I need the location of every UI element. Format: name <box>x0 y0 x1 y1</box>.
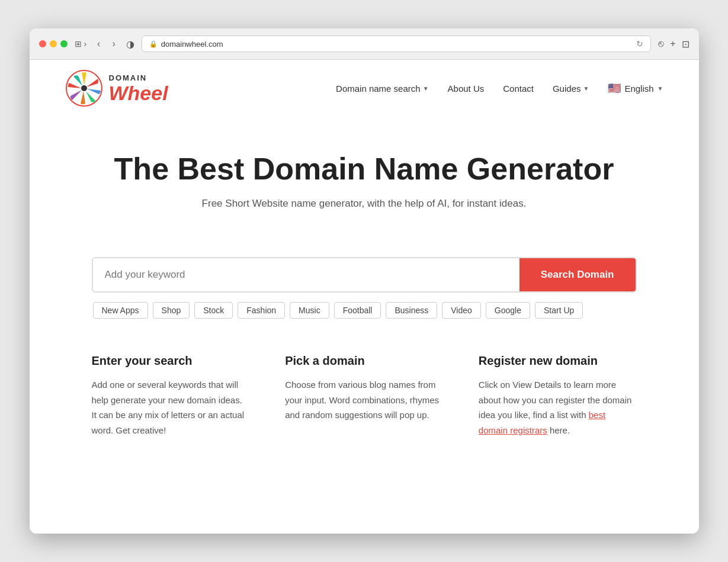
search-tag[interactable]: New Apps <box>93 302 148 319</box>
enter-search-text: Add one or several keywords that will he… <box>92 377 250 438</box>
flag-icon: 🇺🇸 <box>608 82 621 95</box>
nav-language[interactable]: 🇺🇸 English ▼ <box>608 82 663 95</box>
pick-domain-text: Choose from various blog names from your… <box>285 377 443 423</box>
register-text-before: Click on View Details to learn more abou… <box>479 380 632 420</box>
logo-wheel-icon <box>65 69 103 107</box>
logo-wheel-text: Wheel <box>109 83 168 103</box>
enter-search-title: Enter your search <box>92 354 250 368</box>
url-display: domainwheel.com <box>161 40 223 49</box>
chevron-down-icon: ▼ <box>423 85 429 92</box>
search-container: Search Domain New AppsShopStockFashionMu… <box>56 257 672 319</box>
traffic-lights <box>39 40 68 47</box>
browser-window: ⊞ › ‹ › ◑ 🔒 domainwheel.com ↻ ⎋ + ⊡ <box>30 28 699 534</box>
svg-point-1 <box>81 85 87 91</box>
nav-domain-name-search[interactable]: Domain name search ▼ <box>336 84 428 94</box>
site-logo[interactable]: DOMAIN Wheel <box>65 69 168 107</box>
logo-text-block: DOMAIN Wheel <box>109 74 168 103</box>
new-tab-button[interactable]: + <box>670 38 675 49</box>
back-button[interactable]: ‹ <box>94 37 104 50</box>
search-box: Search Domain <box>92 257 637 293</box>
theme-button[interactable]: ◑ <box>126 38 134 50</box>
info-card-register-domain: Register new domain Click on View Detail… <box>479 354 637 438</box>
info-section: Enter your search Add one or several key… <box>56 354 672 438</box>
search-tag[interactable]: Start Up <box>535 302 583 319</box>
chevron-down-icon: ▼ <box>658 85 663 92</box>
nav-contact[interactable]: Contact <box>503 84 534 94</box>
hero-subtitle: Free Short Website name generator, with … <box>41 198 687 210</box>
search-tag[interactable]: Video <box>442 302 481 319</box>
search-tags: New AppsShopStockFashionMusicFootballBus… <box>92 302 637 319</box>
refresh-button[interactable]: ↻ <box>636 39 643 49</box>
hero-title: The Best Domain Name Generator <box>41 152 687 186</box>
search-tag[interactable]: Football <box>334 302 381 319</box>
sidebar-toggle-button[interactable]: ⊞ › <box>75 39 87 49</box>
info-card-enter-search: Enter your search Add one or several key… <box>92 354 250 438</box>
share-button[interactable]: ⎋ <box>658 38 664 49</box>
site-header: DOMAIN Wheel Domain name search ▼ About … <box>30 60 699 117</box>
search-tag[interactable]: Google <box>486 302 530 319</box>
lock-icon: 🔒 <box>149 40 158 48</box>
hero-section: The Best Domain Name Generator Free Shor… <box>30 117 699 257</box>
forward-button[interactable]: › <box>108 37 118 50</box>
search-tag[interactable]: Music <box>290 302 329 319</box>
page-content: DOMAIN Wheel Domain name search ▼ About … <box>30 60 699 534</box>
search-tag[interactable]: Business <box>386 302 437 319</box>
register-domain-title: Register new domain <box>479 354 637 368</box>
site-nav: Domain name search ▼ About Us Contact Gu… <box>336 82 663 95</box>
search-domain-button[interactable]: Search Domain <box>519 258 636 291</box>
address-bar[interactable]: 🔒 domainwheel.com ↻ <box>142 36 651 52</box>
register-text-after: here. <box>547 425 570 435</box>
register-domain-text: Click on View Details to learn more abou… <box>479 377 637 438</box>
info-card-pick-domain: Pick a domain Choose from various blog n… <box>285 354 443 438</box>
browser-actions: ⎋ + ⊡ <box>658 38 689 50</box>
chevron-down-icon: ▼ <box>583 85 589 92</box>
pick-domain-title: Pick a domain <box>285 354 443 368</box>
search-tag[interactable]: Stock <box>194 302 233 319</box>
nav-about-us[interactable]: About Us <box>448 84 485 94</box>
search-input[interactable] <box>93 258 519 291</box>
minimize-button[interactable] <box>50 40 57 47</box>
logo-domain-text: DOMAIN <box>109 74 168 82</box>
browser-chrome: ⊞ › ‹ › ◑ 🔒 domainwheel.com ↻ ⎋ + ⊡ <box>30 28 699 60</box>
nav-guides[interactable]: Guides ▼ <box>553 84 589 94</box>
search-tag[interactable]: Shop <box>153 302 190 319</box>
browser-navigation: ‹ › <box>94 37 119 50</box>
search-tag[interactable]: Fashion <box>238 302 285 319</box>
maximize-button[interactable] <box>60 40 68 47</box>
split-view-button[interactable]: ⊡ <box>682 38 689 50</box>
close-button[interactable] <box>39 40 46 47</box>
